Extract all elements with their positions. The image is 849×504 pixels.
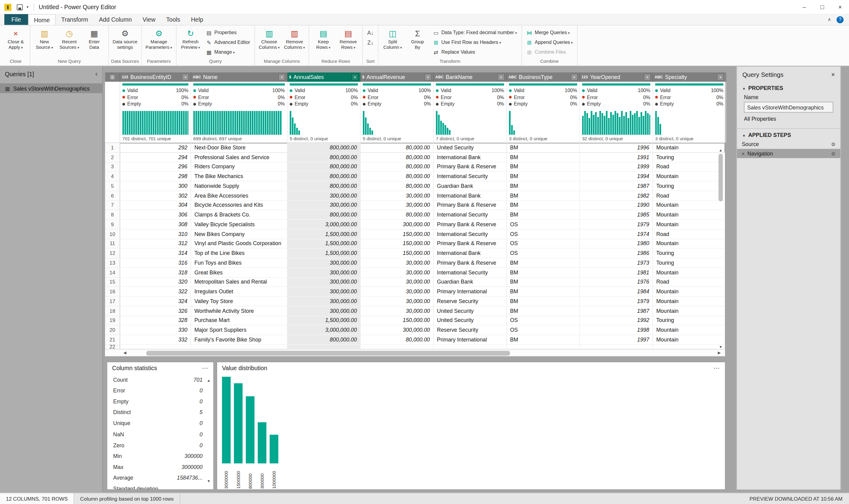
refresh-preview-button[interactable]: ↻RefreshPreview ▾ bbox=[179, 26, 202, 58]
cell[interactable]: BM bbox=[507, 191, 580, 201]
cell[interactable]: BM bbox=[507, 306, 580, 316]
menu-tab-file[interactable]: File bbox=[4, 14, 28, 25]
cell[interactable]: United Security bbox=[434, 143, 507, 153]
query-name-input[interactable] bbox=[744, 102, 833, 113]
column-header-businesstype[interactable]: ABCBusinessType▾ bbox=[507, 73, 580, 82]
close-window-button[interactable]: × bbox=[831, 0, 849, 14]
step-settings-icon[interactable]: ⚙ bbox=[831, 142, 835, 147]
cell[interactable]: 800,000.00 bbox=[288, 162, 361, 172]
cell[interactable]: BM bbox=[507, 268, 580, 277]
row-number[interactable]: 12 bbox=[105, 249, 120, 258]
cell[interactable]: 80,000.00 bbox=[360, 152, 434, 162]
cell[interactable]: OS bbox=[507, 220, 580, 230]
cell[interactable]: BM bbox=[507, 162, 580, 172]
cell[interactable]: Fun Toys and Bikes bbox=[191, 258, 288, 268]
cell[interactable]: Road bbox=[653, 277, 725, 287]
distribution-bar[interactable] bbox=[258, 422, 266, 464]
vertical-scroll-thumb[interactable] bbox=[719, 154, 723, 201]
column-header-name[interactable]: ABCName▾ bbox=[191, 73, 288, 82]
cell[interactable]: Nationwide Supply bbox=[191, 181, 288, 191]
cell[interactable]: BM bbox=[507, 210, 580, 220]
menu-tab-tools[interactable]: Tools bbox=[161, 14, 185, 25]
cell[interactable]: Purchase Mart bbox=[191, 316, 288, 326]
cell[interactable]: International Bank bbox=[434, 191, 507, 201]
help-icon[interactable]: ? bbox=[836, 16, 844, 23]
row-number[interactable]: 8 bbox=[105, 210, 120, 220]
cell[interactable]: Primary Bank & Reserve bbox=[434, 201, 507, 210]
column-header-annualsales[interactable]: $AnnualSales▾ bbox=[288, 73, 361, 82]
cell[interactable]: BM bbox=[507, 335, 580, 345]
row-number[interactable]: 13 bbox=[105, 258, 120, 268]
cell[interactable]: 1999 bbox=[580, 162, 653, 172]
group-by-button[interactable]: ΣGroupBy bbox=[405, 26, 429, 58]
cell[interactable]: 800,000.00 bbox=[288, 335, 361, 345]
cell[interactable]: Mountain bbox=[653, 210, 725, 220]
select-all-corner[interactable]: ⊞ bbox=[105, 73, 120, 82]
distribution-bar[interactable] bbox=[270, 435, 278, 464]
remove-columns-button[interactable]: ▥RemoveColumns ▾ bbox=[283, 26, 306, 58]
cell[interactable]: Mountain bbox=[653, 326, 725, 336]
cell[interactable]: 1990 bbox=[580, 201, 653, 210]
filter-icon[interactable]: ▾ bbox=[498, 73, 505, 80]
cell[interactable]: 300,000.00 bbox=[288, 297, 361, 306]
cell[interactable]: 1974 bbox=[580, 229, 653, 239]
applied-step-navigation[interactable]: ×Navigation⚙ bbox=[737, 149, 840, 158]
cell[interactable]: OS bbox=[507, 326, 580, 336]
cell[interactable] bbox=[434, 345, 507, 349]
cell[interactable]: BM bbox=[507, 287, 580, 297]
row-number[interactable]: 2 bbox=[105, 152, 120, 162]
cell[interactable]: 1996 bbox=[580, 143, 653, 153]
cell[interactable]: Primary Bank & Reserve bbox=[434, 220, 507, 230]
cell[interactable] bbox=[360, 345, 434, 349]
cell[interactable]: 298 bbox=[120, 172, 191, 181]
query-item-sales-vstorewithdemographics[interactable]: ▦Sales vStoreWithDemographics bbox=[0, 83, 103, 93]
distribution-bar[interactable] bbox=[234, 383, 242, 464]
filter-icon[interactable]: ▾ bbox=[571, 73, 578, 80]
cell[interactable] bbox=[288, 345, 361, 349]
cell[interactable]: 1981 bbox=[580, 268, 653, 277]
cell[interactable]: 296 bbox=[120, 162, 191, 172]
cell[interactable]: 300 bbox=[120, 181, 191, 191]
cell[interactable]: 316 bbox=[120, 258, 191, 268]
cell[interactable]: Touring bbox=[653, 316, 725, 326]
cell[interactable]: Irregulars Outlet bbox=[191, 287, 288, 297]
enter-data-button[interactable]: ▦EnterData bbox=[82, 26, 106, 58]
column-header-specialty[interactable]: ABCSpecialty▾ bbox=[653, 73, 726, 82]
cell[interactable]: Primary Bank & Reserve bbox=[434, 239, 507, 249]
row-number[interactable]: 9 bbox=[105, 220, 120, 230]
cell[interactable]: 1979 bbox=[580, 220, 653, 230]
cell[interactable]: OS bbox=[507, 229, 580, 239]
cell[interactable]: Mountain bbox=[653, 201, 725, 210]
cell[interactable]: 300,000.00 bbox=[288, 258, 361, 268]
row-number[interactable]: 22 bbox=[105, 345, 120, 349]
cell[interactable]: Mountain bbox=[653, 287, 725, 297]
cell[interactable] bbox=[120, 345, 191, 349]
cell[interactable]: Touring bbox=[653, 181, 725, 191]
cell[interactable]: 326 bbox=[120, 306, 191, 316]
cell[interactable]: 1998 bbox=[580, 326, 653, 336]
cell[interactable]: International Security bbox=[434, 210, 507, 220]
cell[interactable] bbox=[580, 345, 653, 349]
scroll-right-icon[interactable]: ▶ bbox=[716, 351, 723, 355]
applied-step-source[interactable]: Source⚙ bbox=[737, 140, 840, 149]
minimize-button[interactable]: – bbox=[795, 0, 813, 14]
horizontal-scrollbar[interactable]: ◀ ▶ bbox=[105, 349, 725, 356]
cell[interactable]: International Security bbox=[434, 229, 507, 239]
row-number[interactable]: 20 bbox=[105, 326, 120, 336]
advanced-editor-button[interactable]: ✎Advanced Editor bbox=[203, 37, 252, 47]
cell[interactable]: 292 bbox=[120, 143, 191, 153]
row-number[interactable]: 5 bbox=[105, 181, 120, 191]
cell[interactable]: BM bbox=[507, 152, 580, 162]
new-source-button[interactable]: ▥NewSource ▾ bbox=[33, 26, 56, 58]
cell[interactable]: 1987 bbox=[580, 306, 653, 316]
cell[interactable]: Primary International bbox=[434, 335, 507, 345]
cell[interactable]: 300,000.00 bbox=[288, 306, 361, 316]
row-number[interactable]: 17 bbox=[105, 297, 120, 306]
cell[interactable]: 30,000.00 bbox=[360, 201, 434, 210]
cell[interactable]: International Security bbox=[434, 172, 507, 181]
horizontal-scroll-thumb[interactable] bbox=[146, 350, 510, 356]
cell[interactable]: Mountain bbox=[653, 335, 725, 345]
cell[interactable]: Metropolitan Sales and Rental bbox=[191, 277, 288, 287]
cell[interactable]: 30,000.00 bbox=[360, 258, 434, 268]
sort-az-button[interactable]: A↓ bbox=[365, 28, 376, 37]
